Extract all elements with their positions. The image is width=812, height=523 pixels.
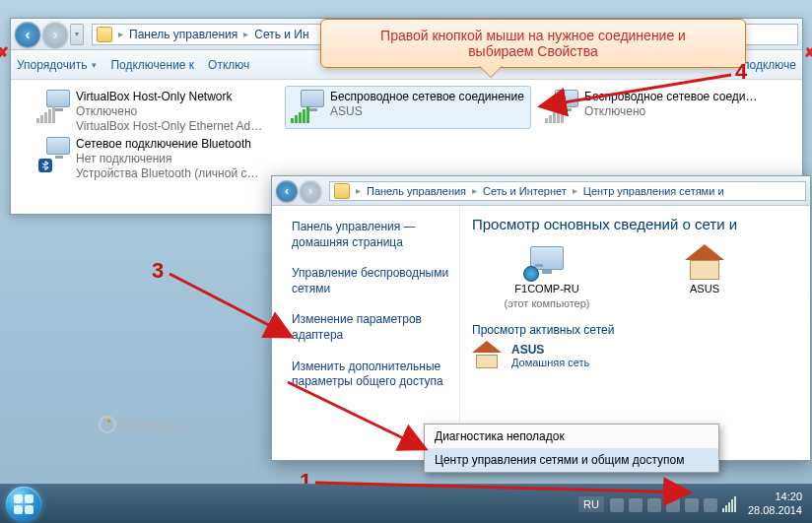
adapter-icon: [543, 90, 578, 125]
link-manage-wireless[interactable]: Управление беспроводными сетями: [292, 266, 449, 296]
network-map: F1COMP-RU (этот компьютер) ASUS: [488, 246, 810, 309]
connection-subtitle: VirtualBox Host-Only Ethernet Ad…: [76, 119, 262, 134]
organize-menu[interactable]: Упорядочить: [17, 58, 97, 72]
tray-network-context-menu: Диагностика неполадок Центр управления с…: [424, 424, 719, 473]
page-heading: Просмотр основных сведений о сети и: [472, 216, 810, 232]
connections-list: ✘ VirtualBox Host-Only Network Отключено…: [11, 80, 802, 182]
watermark-icon: [99, 416, 116, 433]
connection-item-bluetooth[interactable]: ✘ Сетевое подключение Bluetooth Нет подк…: [31, 133, 277, 176]
start-button[interactable]: [6, 487, 41, 522]
device-router[interactable]: ASUS: [645, 246, 764, 309]
breadcrumb-network[interactable]: Сеть и Ин: [254, 28, 308, 41]
breadcrumb-control-panel[interactable]: Панель управления: [367, 185, 466, 197]
connection-title: Беспроводное сетевое соединение: [330, 90, 524, 104]
instruction-callout: Правой кнопкой мыши на нужное соединение…: [320, 19, 746, 68]
breadcrumb-network-internet[interactable]: Сеть и Интернет: [483, 185, 567, 197]
adapter-icon: [34, 137, 70, 172]
network-name: ASUS: [511, 343, 589, 357]
clock-time: 14:20: [748, 490, 802, 503]
tray-icon[interactable]: [610, 498, 624, 512]
tray-icon[interactable]: [629, 498, 643, 512]
watermark: f1comp.ru: [99, 416, 183, 433]
address-bar[interactable]: ▸ Панель управления ▸ Сеть и Интернет ▸ …: [329, 181, 806, 201]
x-icon: ✘: [804, 44, 812, 60]
clock-date: 28.08.2014: [748, 504, 802, 517]
folder-icon: [97, 27, 112, 42]
network-center-window: ‹ › ▸ Панель управления ▸ Сеть и Интерне…: [271, 175, 811, 461]
connection-item-wireless3[interactable]: Беспроводное сетевое соединение 3 Отключ…: [539, 86, 766, 129]
history-dropdown[interactable]: ▾: [70, 24, 84, 45]
connection-title: VirtualBox Host-Only Network: [76, 90, 262, 104]
connection-item-wireless[interactable]: Беспроводное сетевое соединение ASUS: [285, 86, 531, 129]
back-button[interactable]: ‹: [15, 22, 40, 47]
adapter-icon: [289, 90, 324, 125]
connection-subtitle: ASUS: [330, 104, 524, 119]
device-name: F1COMP-RU: [514, 283, 578, 294]
clock[interactable]: 14:20 28.08.2014: [742, 490, 802, 516]
watermark-text: f1comp.ru: [122, 417, 183, 432]
active-network[interactable]: ASUS Домашняя сеть: [472, 343, 810, 368]
speaker-icon[interactable]: [704, 498, 717, 512]
language-indicator[interactable]: RU: [578, 496, 604, 512]
menu-item-network-center[interactable]: Центр управления сетями и общим доступом: [425, 448, 718, 472]
computer-icon: [527, 246, 567, 280]
active-networks-title: Просмотр активных сетей: [472, 323, 810, 337]
taskbar: RU 14:20 28.08.2014: [0, 484, 812, 523]
connection-item-vbox[interactable]: ✘ VirtualBox Host-Only Network Отключено…: [31, 86, 277, 129]
back-button[interactable]: ‹: [276, 180, 298, 202]
breadcrumb-control-panel[interactable]: Панель управления: [129, 28, 237, 41]
system-tray: RU 14:20 28.08.2014: [578, 490, 806, 516]
house-icon: [685, 246, 724, 280]
connection-title: Сетевое подключение Bluetooth: [76, 137, 258, 152]
tray-icon[interactable]: [685, 498, 699, 512]
menu-item-diagnostics[interactable]: Диагностика неполадок: [425, 425, 718, 448]
connection-button-right[interactable]: подключе: [743, 58, 796, 72]
connect-to-button[interactable]: Подключение к: [110, 58, 194, 72]
breadcrumb-network-center[interactable]: Центр управления сетями и: [583, 185, 724, 197]
tray-icons: [610, 496, 736, 512]
connection-status: Отключено: [76, 104, 262, 119]
titlebar: ‹ › ▸ Панель управления ▸ Сеть и Интерне…: [272, 176, 810, 206]
disable-button[interactable]: Отключ: [208, 58, 249, 72]
chevron-right-icon: ▸: [241, 29, 250, 39]
adapter-icon: [34, 90, 70, 125]
chevron-right-icon: ▸: [571, 185, 579, 196]
chevron-right-icon: ▸: [354, 185, 363, 196]
folder-icon: [334, 183, 350, 199]
tray-icon[interactable]: [647, 498, 661, 512]
device-sub: (этот компьютер): [504, 297, 589, 309]
link-change-adapter[interactable]: Изменение параметров адаптера: [292, 312, 449, 343]
marker-3: 3: [152, 260, 164, 282]
connection-status: Нет подключения: [76, 152, 258, 166]
forward-button[interactable]: ›: [300, 180, 321, 202]
main-panel: Просмотр основных сведений о сети и F1CO…: [459, 206, 810, 460]
chevron-right-icon: ▸: [116, 29, 125, 39]
callout-line2: выбираем Свойства: [335, 43, 731, 59]
connection-subtitle: Устройства Bluetooth (личной с…: [76, 166, 258, 181]
x-icon: ✘: [0, 44, 9, 60]
bluetooth-icon: [38, 159, 52, 172]
device-this-pc[interactable]: F1COMP-RU (этот компьютер): [488, 246, 606, 309]
device-name: ASUS: [690, 283, 719, 294]
nav-buttons: ‹ › ▾: [11, 22, 84, 47]
connection-title: Беспроводное сетевое соединение 3: [584, 90, 762, 104]
network-type[interactable]: Домашняя сеть: [511, 357, 589, 368]
callout-line1: Правой кнопкой мыши на нужное соединение…: [335, 28, 731, 43]
wifi-tray-icon[interactable]: [722, 496, 736, 512]
forward-button[interactable]: ›: [42, 22, 68, 47]
house-icon: [472, 343, 502, 368]
connection-status: Отключено: [584, 104, 762, 119]
chevron-right-icon: ▸: [470, 185, 479, 196]
link-home[interactable]: Панель управления — домашняя страница: [292, 220, 449, 250]
side-panel: Панель управления — домашняя страница Уп…: [272, 206, 459, 460]
link-advanced-sharing[interactable]: Изменить дополнительные параметры общего…: [292, 360, 449, 390]
tray-icon[interactable]: [666, 498, 680, 512]
marker-4: 4: [735, 61, 747, 83]
